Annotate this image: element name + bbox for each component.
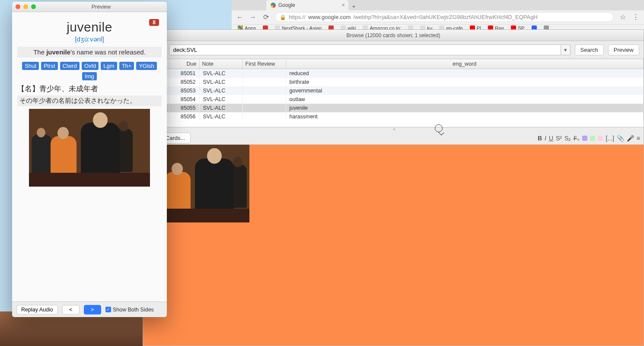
cloze-icon[interactable]: [...] [606, 135, 614, 142]
jp-sentence: その年少者の名前は公表されなかった。 [17, 95, 162, 106]
record-icon[interactable]: 🎤 [627, 135, 634, 142]
table-row[interactable]: 85052 SVL-ALC birthrate [143, 78, 644, 86]
color-swatch-purple[interactable] [582, 136, 587, 141]
nav-back-icon[interactable]: ← [236, 13, 244, 21]
browse-toolbar: r... ▾ Search Preview [143, 41, 644, 59]
preview-body: 8 juvenile [dʒúːvənl] The juvenile's nam… [12, 12, 167, 302]
lock-icon: 🔒 [280, 14, 286, 20]
tag-list: Shut Ptrst Clwrd Oxfd Lgm Th+ YGlsh Img [17, 62, 162, 80]
address-bar[interactable]: 🔒 https://www.google.com/webhp?hl=ja&sa=… [275, 12, 614, 22]
col-note[interactable]: Note [199, 59, 242, 69]
tag: Oxfd [82, 62, 99, 70]
table-header-row: eld Due Note First Review eng_word [143, 59, 644, 69]
bookmark-star-icon[interactable]: ☆ [619, 13, 627, 21]
prev-card-button[interactable]: < [62, 305, 80, 314]
jp-definition: 【名】青少年、未成年者 [17, 84, 162, 94]
zoom-window-icon[interactable] [31, 4, 36, 9]
show-both-sides-checkbox[interactable]: ✓ Show Both Sides [105, 307, 154, 313]
color-swatch-pink[interactable] [598, 136, 603, 141]
tag: Img [82, 72, 97, 80]
tag: Shut [22, 62, 39, 70]
tag: Lgm [101, 62, 117, 70]
editor-area[interactable] [143, 145, 644, 346]
chrome-menu-icon[interactable]: ⋮ [632, 13, 640, 21]
close-window-icon[interactable] [16, 4, 20, 9]
tag: Clwrd [60, 62, 80, 70]
tag: YGlsh [136, 62, 156, 70]
window-controls [16, 4, 36, 9]
preview-button[interactable]: Preview [608, 44, 639, 55]
preview-titlebar[interactable]: Preview [12, 2, 167, 12]
url-path: /webhp?hl=ja&sa=X&ved=0ahUKEwjtrZG98bzfA… [353, 14, 537, 20]
table-row[interactable]: 85053 SVL-ALC governmental [143, 86, 644, 95]
chrome-window: Google × ＋ ← → ⟳ 🔒 https://www.google.co… [232, 0, 644, 32]
editor-toolbar: ... Cards... B I U S² S₂ F̶ₓ [...] 📎 🎤 ≡ [143, 132, 644, 145]
anki-browse-window: Browse (12000 cards shown; 1 selected) r… [143, 29, 644, 346]
superscript-icon[interactable]: S² [556, 135, 562, 142]
clear-format-icon[interactable]: F̶ₓ [574, 135, 580, 142]
tab-close-icon[interactable]: × [342, 2, 345, 8]
browse-titlebar: Browse (12000 cards shown; 1 selected) [143, 30, 644, 41]
splitter-handle[interactable] [143, 127, 644, 132]
search-dropdown-icon[interactable]: ▾ [561, 44, 571, 55]
url-scheme: https:// [289, 14, 306, 20]
search-button[interactable]: Search [575, 44, 604, 55]
preview-footer: Replay Audio < > ✓ Show Both Sides [12, 302, 167, 317]
next-card-button[interactable]: > [84, 305, 101, 314]
more-icon[interactable]: ≡ [637, 135, 640, 142]
table-row-selected[interactable]: 85055 SVL-ALC juvenile [143, 104, 644, 112]
anki-preview-window: Preview 8 juvenile [dʒúːvənl] The juveni… [12, 2, 167, 317]
tag: Ptrst [41, 62, 58, 70]
bold-icon[interactable]: B [538, 135, 542, 142]
subscript-icon[interactable]: S₂ [564, 135, 571, 142]
headword: juvenile [17, 20, 162, 35]
chrome-tab-title: Google [278, 2, 295, 8]
table-row[interactable]: 85051 SVL-ALC reduced [143, 69, 644, 78]
table-row[interactable]: 85054 SVL-ALC outlaw [143, 95, 644, 104]
attach-icon[interactable]: 📎 [617, 135, 624, 142]
browse-status: Browse (12000 cards shown; 1 selected) [347, 32, 440, 38]
italic-icon[interactable]: I [545, 135, 546, 142]
card-table: eld Due Note First Review eng_word 85051… [143, 59, 644, 127]
nav-forward-icon[interactable]: → [249, 13, 257, 21]
chrome-toolbar: ← → ⟳ 🔒 https://www.google.com/webhp?hl=… [232, 10, 644, 25]
search-input[interactable] [169, 44, 561, 55]
nav-reload-icon[interactable]: ⟳ [262, 13, 270, 21]
ipa-text: [dʒúːvənl] [17, 35, 162, 43]
preview-title: Preview [39, 4, 163, 10]
color-swatch-green[interactable] [590, 136, 595, 141]
google-favicon-icon [271, 3, 276, 8]
replay-audio-button[interactable]: Replay Audio [16, 305, 58, 314]
col-first-review[interactable]: First Review [242, 59, 286, 69]
mouse-cursor-icon [435, 124, 443, 132]
col-due[interactable]: Due [169, 59, 199, 69]
chrome-tabstrip: Google × ＋ [232, 0, 644, 10]
table-row[interactable]: 85056 SVL-ALC harassment [143, 112, 644, 121]
new-tab-button[interactable]: ＋ [348, 3, 359, 10]
minimize-window-icon[interactable] [23, 4, 28, 9]
underline-icon[interactable]: U [549, 135, 553, 142]
tag: Th+ [119, 62, 134, 70]
preview-image [17, 109, 162, 187]
checkbox-checked-icon: ✓ [105, 307, 111, 312]
count-badge: 8 [149, 19, 159, 26]
col-eng-word[interactable]: eng_word [286, 59, 644, 69]
chrome-tab-google[interactable]: Google × [266, 0, 348, 10]
example-sentence: The juvenile's name was not released. [17, 47, 162, 57]
url-host: www.google.com [308, 14, 351, 20]
